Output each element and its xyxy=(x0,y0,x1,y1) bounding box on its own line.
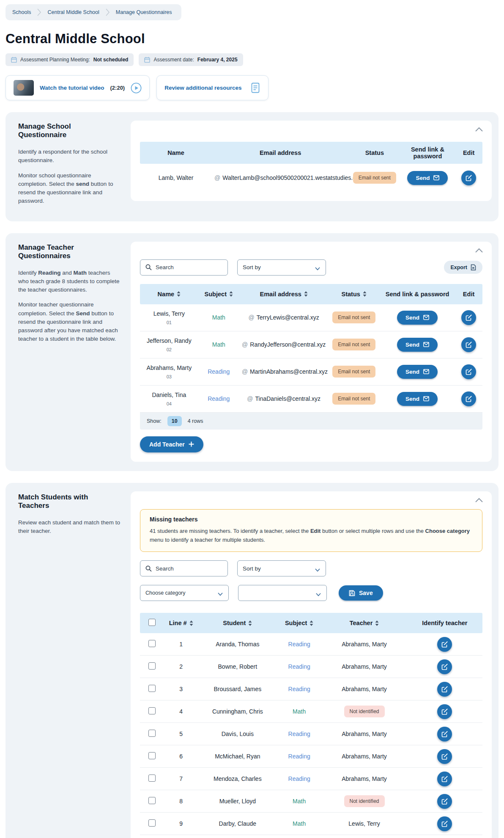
play-icon[interactable] xyxy=(131,83,142,94)
students-sort-dropdown[interactable]: Sort by xyxy=(237,560,326,576)
sort-icon[interactable] xyxy=(363,291,367,297)
row-checkbox[interactable] xyxy=(148,797,156,804)
edit-button[interactable] xyxy=(461,310,476,325)
col-header-edit: Edit xyxy=(455,148,482,158)
student-subject: Reading xyxy=(277,662,321,672)
breadcrumb-manage-questionnaires[interactable]: Manage Questionnaires xyxy=(116,9,172,15)
edit-pencil-icon xyxy=(441,663,448,670)
not-identified-badge: Not identified xyxy=(344,795,385,807)
send-button[interactable]: Send xyxy=(397,365,438,379)
send-button[interactable]: Send xyxy=(407,171,448,185)
student-teacher: Abrahams, Marty xyxy=(321,751,407,761)
category-value-dropdown[interactable] xyxy=(238,585,327,601)
sort-icon[interactable] xyxy=(229,291,233,297)
students-search-input[interactable] xyxy=(156,565,222,572)
teacher-name: Lewis, Terry01 xyxy=(140,309,198,327)
tutorial-video-card[interactable]: Watch the tutorial video (2:20) xyxy=(5,75,150,100)
edit-button[interactable] xyxy=(461,337,476,352)
sort-icon[interactable] xyxy=(310,620,313,626)
save-button[interactable]: Save xyxy=(339,585,383,601)
col-header-send: Send link & password xyxy=(380,289,455,299)
row-checkbox[interactable] xyxy=(148,752,156,759)
col-header-status: Status xyxy=(349,148,400,158)
planning-meeting-badge: Assessment Planning Meeting: Not schedul… xyxy=(5,53,134,66)
send-button[interactable]: Send xyxy=(397,338,438,352)
edit-button[interactable] xyxy=(461,171,476,185)
col-header-subject[interactable]: Subject xyxy=(277,618,321,628)
page-size-10[interactable]: 10 xyxy=(167,416,182,426)
breadcrumb-central-middle-school[interactable]: Central Middle School xyxy=(47,9,99,15)
tutorial-video-link[interactable]: Watch the tutorial video xyxy=(40,85,104,91)
teacher-subject: Reading xyxy=(198,367,239,377)
identify-teacher-button[interactable] xyxy=(437,682,452,697)
sort-icon[interactable] xyxy=(375,620,379,626)
select-all-cell xyxy=(140,617,164,629)
choose-category-dropdown[interactable]: Choose category xyxy=(140,585,229,601)
student-subject: Math xyxy=(277,819,321,829)
row-checkbox[interactable] xyxy=(148,730,156,737)
col-header-status[interactable]: Status xyxy=(328,289,380,299)
sort-icon[interactable] xyxy=(248,620,252,626)
row-checkbox[interactable] xyxy=(148,707,156,714)
teacher-table-header: Name Subject Email address Status Send l… xyxy=(140,284,482,304)
line-number: 3 xyxy=(164,684,198,694)
assessment-date-badge: Assessment date: February 4, 2025 xyxy=(139,53,243,66)
teacher-search[interactable] xyxy=(140,259,228,276)
assessment-date-value: February 4, 2025 xyxy=(197,57,238,63)
page-title: Central Middle School xyxy=(5,31,499,47)
edit-button[interactable] xyxy=(461,391,476,406)
additional-resources-card[interactable]: Review additional resources xyxy=(156,75,268,100)
col-header-email[interactable]: Email address xyxy=(239,289,329,299)
student-subject: Reading xyxy=(277,684,321,694)
send-button[interactable]: Send xyxy=(397,311,438,325)
table-row: Abrahams, Marty03 Reading @MartinAbraham… xyxy=(140,358,482,386)
identify-teacher-button[interactable] xyxy=(437,772,452,786)
line-number: 8 xyxy=(164,796,198,806)
edit-pencil-icon xyxy=(441,775,448,782)
school-section-intro: Manage School Questionnaire Identify a r… xyxy=(13,121,131,212)
sort-icon[interactable] xyxy=(189,620,193,626)
identify-teacher-button[interactable] xyxy=(437,816,452,831)
export-button[interactable]: Export xyxy=(444,261,482,274)
line-number: 2 xyxy=(164,662,198,672)
student-teacher: Abrahams, Marty xyxy=(321,729,407,739)
collapse-chevron-up-icon[interactable] xyxy=(475,497,483,503)
breadcrumb-schools[interactable]: Schools xyxy=(12,9,31,15)
identify-teacher-button[interactable] xyxy=(437,794,452,809)
chevron-down-icon xyxy=(315,265,320,269)
row-checkbox[interactable] xyxy=(148,685,156,692)
col-header-student[interactable]: Student xyxy=(198,618,277,628)
teacher-search-input[interactable] xyxy=(156,264,222,270)
col-header-email: Email address xyxy=(212,148,349,158)
col-header-name[interactable]: Name xyxy=(140,289,198,299)
sort-icon[interactable] xyxy=(304,291,308,297)
collapse-chevron-up-icon[interactable] xyxy=(475,127,483,132)
row-checkbox[interactable] xyxy=(148,775,156,782)
select-all-checkbox[interactable] xyxy=(148,619,156,626)
identify-teacher-button[interactable] xyxy=(437,637,452,652)
row-checkbox[interactable] xyxy=(148,640,156,647)
identify-teacher-button[interactable] xyxy=(437,749,452,764)
col-header-teacher[interactable]: Teacher xyxy=(321,618,407,628)
students-section-panel: Missing teachers 41 students are missing… xyxy=(131,491,492,838)
teacher-email: @TinaDaniels@central.xyz xyxy=(239,394,329,404)
col-header-subject[interactable]: Subject xyxy=(198,289,239,299)
col-header-line[interactable]: Line # xyxy=(164,618,198,628)
sort-icon[interactable] xyxy=(177,291,181,297)
teacher-sort-dropdown[interactable]: Sort by xyxy=(237,259,326,276)
row-checkbox[interactable] xyxy=(148,819,156,827)
teacher-name: Abrahams, Marty03 xyxy=(140,363,198,381)
identify-teacher-button[interactable] xyxy=(437,704,452,719)
send-button[interactable]: Send xyxy=(397,392,438,406)
collapse-chevron-up-icon[interactable] xyxy=(475,248,483,254)
edit-cell xyxy=(455,336,482,354)
students-table-header: Line # Student Subject Teacher Identify … xyxy=(140,613,482,633)
identify-teacher-button[interactable] xyxy=(437,659,452,674)
additional-resources-link[interactable]: Review additional resources xyxy=(164,85,241,91)
add-teacher-button[interactable]: Add Teacher xyxy=(140,436,203,452)
students-search[interactable] xyxy=(140,560,228,576)
info-badges: Assessment Planning Meeting: Not schedul… xyxy=(5,53,499,66)
row-checkbox[interactable] xyxy=(148,662,156,670)
edit-button[interactable] xyxy=(461,364,476,379)
identify-teacher-button[interactable] xyxy=(437,727,452,742)
